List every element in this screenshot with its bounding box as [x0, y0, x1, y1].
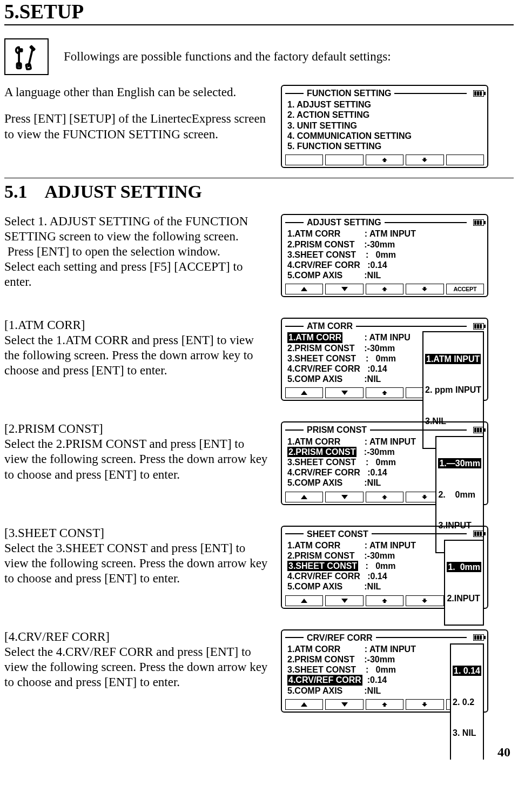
svg-marker-13	[341, 702, 348, 707]
softkey-scroll-up-icon	[366, 284, 403, 294]
popup-option: 2. 0mm	[438, 489, 481, 500]
lcd-function-setting: FUNCTION SETTING 1. ADJUST SETTING 2. AC…	[281, 85, 488, 168]
softkey-scroll-up-icon	[366, 699, 403, 710]
subsection-heading: [2.PRISM CONST]	[4, 421, 269, 437]
softkey-scroll-down-icon	[406, 699, 443, 710]
popup-option: 2. ppm INPUT	[425, 385, 481, 395]
lcd-prism-const: PRISM CONST 1.ATM CORR : ATM INPUT 2.PRI…	[281, 421, 488, 505]
lcd-title: ADJUST SETTING	[307, 217, 381, 227]
setting-row: 5.COMP AXIS :NIL	[287, 270, 482, 280]
battery-icon	[473, 219, 484, 226]
lcd-title: ATM CORR	[307, 321, 353, 331]
popup-option: 3. NIL	[453, 728, 481, 738]
softkey-down-icon	[325, 284, 363, 294]
subsection-heading: [3.SHEET CONST]	[4, 526, 269, 541]
battery-icon	[473, 531, 484, 537]
svg-marker-4	[301, 287, 307, 291]
svg-marker-11	[341, 599, 348, 603]
menu-item: 4. COMMUNICATION SETTING	[287, 131, 482, 141]
softkey-up-icon	[285, 699, 323, 710]
battery-icon	[473, 634, 484, 641]
svg-marker-5	[341, 287, 348, 291]
press-paragraph: Press [ENT] [SETUP] of the LinertecExpre…	[4, 111, 269, 143]
softkey-down-icon	[325, 699, 363, 710]
subsection-body: Select the 4.CRV/REF CORR and press [ENT…	[4, 645, 269, 690]
setting-row: 1.ATM CORR : ATM INPUT	[287, 229, 482, 239]
svg-marker-12	[301, 702, 307, 707]
battery-icon	[473, 323, 484, 330]
setting-row: 4.CRV/REF CORR :0.14	[287, 260, 482, 270]
softkey-up-icon	[285, 595, 323, 606]
lcd-sheet-const: SHEET CONST 1.ATM CORR : ATM INPUT 2.PRI…	[281, 526, 488, 609]
popup-option: 2. 0.2	[453, 697, 481, 707]
chapter-title: 5.SETUP	[4, 0, 514, 25]
subsection-body: Select the 3.SHEET CONST and press [ENT]…	[4, 541, 269, 586]
lcd-crv-ref-corr: CRV/REF CORR 1.ATM CORR : ATM INPUT 2.PR…	[281, 629, 488, 713]
menu-item: 2. ACTION SETTING	[287, 110, 482, 120]
subsection-heading: [4.CRV/REF CORR]	[4, 629, 269, 645]
lcd-title: PRISM CONST	[307, 425, 367, 435]
popup-option: 2.INPUT	[447, 593, 481, 603]
text-line: Press [ENT] to open the selection window…	[4, 244, 269, 259]
language-paragraph: A language other than English can be sel…	[4, 85, 269, 100]
section-heading-5-1: 5.1 ADJUST SETTING	[4, 178, 514, 202]
text-line: Select each setting and press [F5] [ACCE…	[4, 259, 269, 290]
battery-icon	[473, 90, 484, 97]
softkey-down-icon	[325, 492, 363, 502]
softkey	[285, 155, 323, 165]
menu-item: 1. ADJUST SETTING	[287, 99, 482, 110]
softkey-row: ACCEPT	[285, 284, 484, 294]
svg-marker-8	[301, 495, 307, 499]
subsection-body: Select the 1.ATM CORR and press [ENT] to…	[4, 333, 269, 378]
softkey	[325, 155, 363, 165]
popup-selected: 1. 0.14	[453, 666, 481, 676]
adjust-setting-text: Select 1. ADJUST SETTING of the FUNCTION…	[4, 214, 269, 290]
selected-item: 2.PRISM CONST	[287, 447, 356, 457]
selected-item: 4.CRV/REF CORR	[287, 675, 362, 685]
option-popup: 1. 0mm 2.INPUT	[444, 540, 484, 626]
lcd-title: CRV/REF CORR	[307, 633, 373, 643]
subsection-body: Select the 2.PRISM CONST and press [ENT]…	[4, 437, 269, 482]
popup-selected: 1.ATM INPUT	[425, 354, 481, 364]
setting-value: :-30mm	[356, 447, 394, 457]
selected-item: 1.ATM CORR	[287, 332, 342, 343]
popup-selected: 1.—30mm	[438, 458, 481, 468]
softkey-scroll-down-icon	[406, 155, 443, 165]
svg-marker-6	[301, 391, 307, 395]
softkey-row	[285, 155, 484, 165]
softkey-scroll-up-icon	[366, 492, 403, 502]
softkey-accept: ACCEPT	[446, 284, 484, 294]
softkey-down-icon	[325, 595, 363, 606]
text-line: Select 1. ADJUST SETTING of the FUNCTION…	[4, 214, 269, 244]
selected-item: 3.SHEET CONST	[287, 561, 358, 571]
svg-marker-10	[301, 599, 307, 603]
svg-marker-7	[341, 391, 348, 395]
softkey-scroll-up-icon	[366, 595, 403, 606]
softkey-down-icon	[325, 387, 363, 398]
softkey-up-icon	[285, 387, 323, 398]
page-number: 40	[4, 745, 514, 760]
softkey-scroll-down-icon	[406, 595, 443, 606]
lcd-title: FUNCTION SETTING	[307, 88, 391, 98]
option-popup: 1. 0.14 2. 0.2 3. NIL	[450, 643, 484, 760]
battery-icon	[473, 427, 484, 433]
setting-value: :0.14	[362, 675, 387, 685]
setup-icon	[4, 38, 49, 75]
popup-selected: 1. 0mm	[447, 562, 481, 572]
menu-item: 3. UNIT SETTING	[287, 120, 482, 131]
softkey-scroll-up-icon	[366, 155, 403, 165]
intro-row: Followings are possible functions and th…	[4, 38, 514, 75]
softkey-up-icon	[285, 284, 323, 294]
setting-row: 2.PRISM CONST :-30mm	[287, 239, 482, 250]
lcd-adjust-setting: ADJUST SETTING 1.ATM CORR : ATM INPUT 2.…	[281, 214, 488, 297]
softkey-scroll-up-icon	[366, 387, 403, 398]
softkey	[446, 155, 484, 165]
intro-text: Followings are possible functions and th…	[64, 50, 391, 64]
setting-row: 3.SHEET CONST : 0mm	[287, 250, 482, 260]
setting-value: : ATM INPU	[342, 333, 410, 342]
setting-value: : 0mm	[358, 561, 395, 571]
softkey-scroll-down-icon	[406, 284, 443, 294]
lcd-title: SHEET CONST	[307, 529, 368, 539]
lcd-atm-corr: ATM CORR 1.ATM CORR : ATM INPU 2.PRISM C…	[281, 318, 488, 401]
subsection-heading: [1.ATM CORR]	[4, 318, 269, 333]
